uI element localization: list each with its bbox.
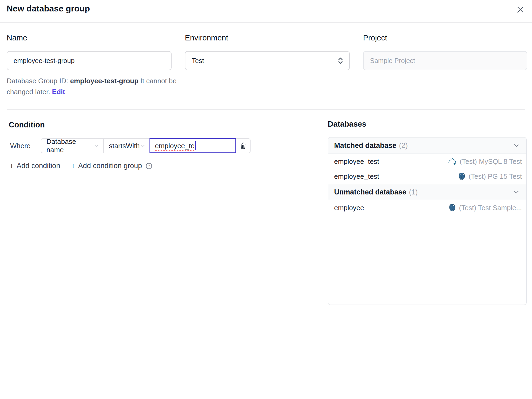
close-icon: [516, 5, 525, 14]
database-instance: (Test) PG 15 Test: [469, 172, 522, 181]
svg-text:?: ?: [148, 164, 150, 168]
condition-heading: Condition: [9, 120, 45, 129]
condition-field-dropdown[interactable]: Database name: [41, 138, 104, 153]
add-condition-button[interactable]: + Add condition: [9, 162, 60, 170]
name-label: Name: [7, 34, 27, 42]
databases-panel: Matched database (2) employee_test (Test…: [328, 137, 527, 305]
name-input[interactable]: [7, 51, 172, 70]
database-instance: (Test) MySQL 8 Test: [460, 157, 522, 166]
edit-group-id-link[interactable]: Edit: [52, 88, 65, 96]
new-database-group-dialog: New database group Name Environment Proj…: [0, 0, 532, 399]
database-row: employee_test (Test) MySQL 8 Test: [328, 154, 526, 169]
database-row: employee (Test) Test Sample...: [328, 200, 526, 215]
project-input[interactable]: [363, 51, 527, 70]
condition-field-value: Database name: [47, 138, 93, 154]
dialog-header: New database group: [0, 0, 532, 23]
postgresql-icon: [447, 203, 456, 212]
where-label: Where: [10, 138, 31, 153]
help-icon[interactable]: ?: [145, 162, 153, 170]
dialog-title: New database group: [7, 4, 90, 14]
matched-database-header[interactable]: Matched database (2): [328, 138, 526, 154]
mysql-icon: [447, 157, 457, 166]
plus-icon: +: [71, 162, 76, 170]
databases-heading: Databases: [328, 120, 366, 128]
condition-operator-dropdown[interactable]: startsWith: [103, 138, 150, 153]
chevron-down-icon: [512, 188, 520, 196]
matched-database-count: (2): [399, 142, 408, 150]
environment-select[interactable]: Test: [185, 51, 350, 70]
chevron-down-icon: [512, 142, 520, 149]
condition-value-text: employee_te: [155, 142, 195, 150]
close-button[interactable]: [514, 4, 526, 15]
environment-label: Environment: [185, 34, 228, 42]
add-condition-group-label: Add condition group: [78, 162, 142, 170]
trash-icon: [239, 142, 247, 150]
add-condition-label: Add condition: [17, 162, 60, 170]
postgresql-icon: [457, 172, 466, 181]
plus-icon: +: [9, 162, 14, 170]
unmatched-database-count: (1): [409, 188, 418, 196]
add-condition-group-button[interactable]: + Add condition group ?: [71, 162, 153, 170]
chevron-down-icon: [140, 143, 146, 149]
select-updown-icon: [337, 57, 344, 65]
condition-row: Where Database name startsWith employee_…: [10, 138, 251, 153]
matched-database-title: Matched database: [334, 142, 396, 150]
group-id-value: employee-test-group: [70, 77, 138, 85]
group-id-note-prefix: Database Group ID:: [7, 77, 70, 85]
chevron-down-icon: [93, 143, 99, 149]
database-name: employee_test: [334, 172, 379, 181]
text-caret: [195, 141, 196, 150]
project-label: Project: [363, 34, 387, 42]
condition-operator-value: startsWith: [109, 142, 140, 150]
unmatched-database-title: Unmatched database: [334, 188, 406, 196]
database-name: employee_test: [334, 157, 379, 166]
database-row: employee_test (Test) PG 15 Test: [328, 169, 526, 184]
section-divider: [7, 109, 525, 110]
condition-actions: + Add condition + Add condition group ?: [9, 162, 153, 170]
database-instance: (Test) Test Sample...: [459, 204, 522, 212]
database-name: employee: [334, 204, 364, 212]
environment-selected-value: Test: [192, 57, 204, 65]
delete-condition-button[interactable]: [236, 138, 251, 153]
condition-value-input[interactable]: employee_te: [149, 138, 236, 153]
group-id-note: Database Group ID: employee-test-group I…: [7, 76, 182, 97]
unmatched-database-header[interactable]: Unmatched database (1): [328, 184, 526, 200]
